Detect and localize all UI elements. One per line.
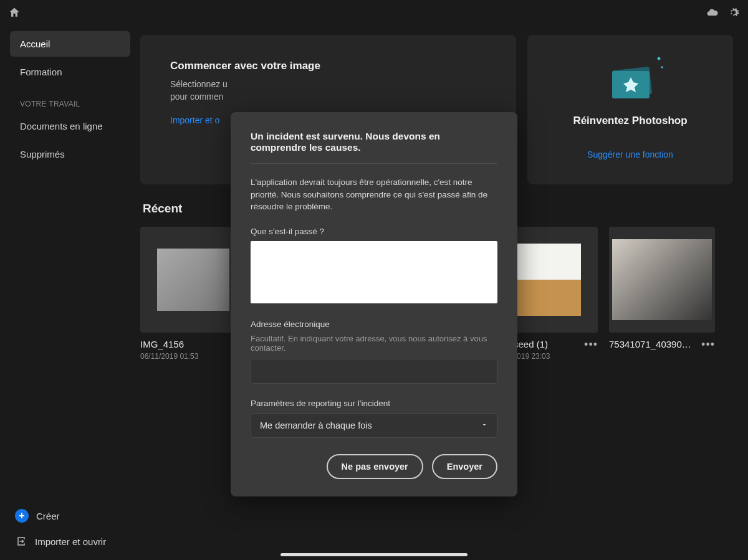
crash-report-dialog: Un incident est survenu. Nous devons en …: [231, 112, 517, 496]
what-input[interactable]: [251, 241, 497, 303]
modal-body: L'application devrait toujours être opér…: [251, 176, 497, 213]
home-icon[interactable]: [7, 6, 21, 19]
chevron-down-icon: [481, 420, 488, 430]
import-label: Importer et ouvrir: [35, 536, 106, 547]
recent-item[interactable]: 75341071_40390184… •••: [609, 227, 715, 361]
start-desc: Sélectionnez u pour commen: [170, 78, 486, 103]
start-title: Commencer avec votre image: [170, 60, 486, 72]
nav-accueil[interactable]: Accueil: [10, 31, 130, 57]
section-label-travail: VOTRE TRAVAIL: [10, 87, 130, 113]
reporting-dropdown[interactable]: Me demander à chaque fois: [251, 413, 497, 438]
dont-send-button[interactable]: Ne pas envoyer: [327, 454, 423, 479]
nav-documents[interactable]: Documents en ligne: [10, 113, 130, 139]
email-input[interactable]: [251, 359, 497, 384]
more-icon[interactable]: •••: [584, 339, 598, 350]
sidebar: Accueil Formation VOTRE TRAVAIL Document…: [0, 25, 140, 560]
promo-illustration: [602, 54, 658, 103]
email-label: Adresse électronique: [251, 320, 497, 329]
send-button[interactable]: Envoyer: [432, 454, 497, 479]
card-title: 75341071_40390184…: [609, 339, 696, 349]
modal-title: Un incident est survenu. Nous devons en …: [251, 131, 497, 153]
card-title: IMG_4156: [140, 339, 198, 349]
reporting-label: Paramètres de reporting sur l'incident: [251, 399, 497, 408]
more-icon[interactable]: •••: [701, 339, 715, 350]
promo-title: Réinventez Photoshop: [573, 115, 687, 127]
email-hint: Facultatif. En indiquant votre adresse, …: [251, 334, 497, 353]
top-bar: [0, 0, 748, 25]
nav-formation[interactable]: Formation: [10, 59, 130, 85]
dropdown-value: Me demander à chaque fois: [260, 420, 372, 430]
divider: [251, 163, 497, 164]
promo-panel: Réinventez Photoshop Suggérer une foncti…: [527, 35, 733, 184]
create-label: Créer: [36, 511, 60, 521]
import-icon: [15, 535, 27, 548]
plus-icon: +: [15, 509, 29, 523]
cloud-icon[interactable]: [706, 6, 719, 19]
import-link[interactable]: Importer et o: [170, 115, 219, 125]
gear-icon[interactable]: [727, 6, 741, 19]
home-indicator[interactable]: [280, 553, 467, 556]
import-open-button[interactable]: Importer et ouvrir: [10, 529, 130, 554]
card-date: 06/11/2019 01:53: [140, 352, 198, 361]
create-button[interactable]: + Créer: [10, 503, 130, 529]
suggest-link[interactable]: Suggérer une fonction: [587, 149, 673, 159]
nav-supprimes[interactable]: Supprimés: [10, 141, 130, 167]
what-label: Que s'est-il passé ?: [251, 227, 497, 236]
